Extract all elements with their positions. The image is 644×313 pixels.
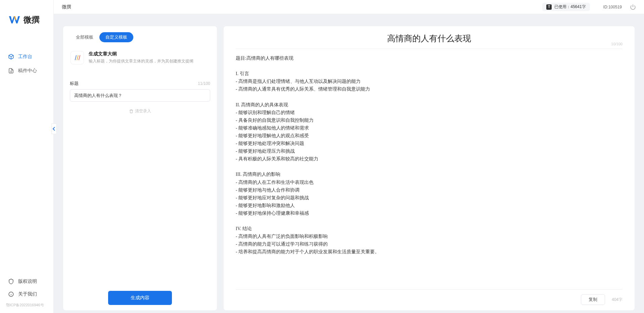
nav-item-label: 工作台	[18, 54, 32, 60]
doc-title: 高情商的人有什么表现	[236, 33, 623, 44]
logo: 微撰	[0, 0, 53, 36]
clear-label: 清空录入	[135, 108, 151, 114]
collapse-sidebar-button[interactable]	[51, 123, 57, 134]
cube-icon	[8, 54, 14, 60]
char-count: 11/100	[198, 81, 210, 86]
word-count: 404字	[612, 297, 623, 303]
tabs: 全部模板 自定义模板	[70, 32, 210, 42]
nav-item-about[interactable]: 关于我们	[0, 288, 53, 301]
user-id: ID:100519	[603, 5, 622, 9]
usage-value: 45641字	[570, 4, 586, 10]
clear-input-button[interactable]: 清空录入	[70, 108, 210, 114]
logo-mark-icon	[8, 13, 21, 26]
sidebar: 微撰 工作台 稿件中心	[0, 0, 54, 313]
info-icon	[8, 291, 14, 297]
t-badge-icon: T	[546, 4, 552, 10]
title-input[interactable]	[70, 89, 210, 102]
page-title: 微撰	[62, 4, 71, 10]
icp-text: 鄂ICP备2022016946号	[0, 301, 53, 310]
right-panel: 高情商的人有什么表现 10/100 题目:高情商的人有哪些表现 I. 引言 - …	[224, 26, 635, 310]
template-title: 生成文章大纲	[89, 51, 193, 57]
tab-all-templates[interactable]: 全部模板	[70, 32, 99, 42]
file-icon	[8, 68, 14, 74]
nav-item-copyright[interactable]: 版权说明	[0, 275, 53, 288]
topbar: 微撰 T 已使用： 45641字 ID:100519	[54, 0, 644, 14]
nav: 工作台 稿件中心	[0, 36, 53, 275]
doc-title-count: 10/100	[611, 42, 623, 46]
tab-label: 全部模板	[76, 35, 93, 40]
template-icon	[71, 51, 84, 64]
logo-text: 微撰	[24, 14, 40, 25]
left-panel: 全部模板 自定义模板 生成文章大纲 输入标题，为你提供文章主体的灵感，并为其创建	[63, 26, 217, 310]
main: 微撰 T 已使用： 45641字 ID:100519 全部模板 自定义模板	[54, 0, 644, 313]
trash-icon	[129, 109, 134, 114]
copy-button[interactable]: 复制	[581, 294, 605, 305]
nav-item-label: 关于我们	[18, 291, 37, 297]
nav-item-label: 版权说明	[18, 278, 37, 284]
generate-button[interactable]: 生成内容	[108, 291, 172, 305]
nav-item-label: 稿件中心	[18, 68, 37, 74]
power-icon[interactable]	[630, 4, 636, 10]
usage-pill[interactable]: T 已使用： 45641字	[542, 3, 590, 11]
doc-footer: 复制 404字	[236, 289, 623, 305]
template-desc: 输入标题，为你提供文章主体的灵感，并为其创建推文提纲	[89, 58, 193, 64]
nav-item-drafts[interactable]: 稿件中心	[0, 64, 53, 78]
nav-item-workbench[interactable]: 工作台	[0, 50, 53, 64]
sidebar-bottom: 版权说明 关于我们 鄂ICP备2022016946号	[0, 275, 53, 313]
content: 全部模板 自定义模板 生成文章大纲 输入标题，为你提供文章主体的灵感，并为其创建	[54, 14, 644, 313]
template-card: 生成文章大纲 输入标题，为你提供文章主体的灵感，并为其创建推文提纲	[70, 48, 210, 72]
tab-label: 自定义模板	[105, 35, 127, 40]
shield-icon	[8, 278, 14, 284]
tab-custom-templates[interactable]: 自定义模板	[99, 32, 133, 42]
doc-content[interactable]: 题目:高情商的人有哪些表现 I. 引言 - 高情商是指人们处理情绪、与他人互动以…	[236, 54, 623, 286]
chevron-left-icon	[53, 127, 55, 131]
usage-label: 已使用：	[554, 4, 570, 10]
form-label: 标题	[70, 81, 79, 87]
